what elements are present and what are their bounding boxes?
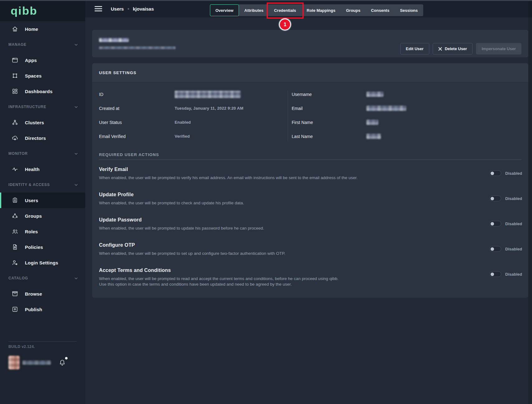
row-label: Email [292, 106, 366, 111]
action-verify-email: Verify Email When enabled, the user will… [99, 167, 521, 181]
sidebar-item-label: Apps [25, 58, 37, 63]
build-version-label: BUILD v2.124. [8, 345, 77, 349]
sidebar-item-label: Dashboards [25, 89, 53, 94]
scrollbar-track[interactable] [528, 0, 532, 404]
setting-row-created-at: Created at Tuesday, January 11, 2022 9:2… [99, 101, 288, 115]
tab-credentials[interactable]: Credentials 1 [269, 4, 301, 16]
update-profile-toggle[interactable] [489, 196, 501, 201]
browse-archive-icon [11, 290, 19, 297]
user-action-buttons: Edit User Delete User Impersonate User [400, 43, 521, 49]
sidebar-item-browse[interactable]: Browse [0, 286, 85, 302]
menu-toggle-button[interactable] [95, 6, 102, 12]
sidebar-section-infrastructure[interactable]: INFRASTRUCTURE [0, 99, 85, 115]
action-toggle-row: Disabled [489, 271, 521, 277]
sidebar: qibb Home MANAGE Apps [0, 0, 85, 404]
policies-icon [11, 243, 19, 251]
user-status-value: Enabled [175, 120, 191, 125]
setting-row-last-name: Last Name [292, 129, 528, 143]
action-description-line1: When enabled, the user will be prompted … [99, 276, 338, 282]
toggle-knob [491, 273, 494, 276]
user-detail-tabs: Overview Attributes Credentials 1 Role M… [210, 4, 423, 16]
sidebar-item-label: Policies [25, 245, 43, 250]
verify-email-toggle[interactable] [489, 170, 501, 176]
sidebar-item-policies[interactable]: Policies [0, 239, 85, 255]
tab-consents[interactable]: Consents [366, 4, 395, 16]
action-description: When enabled, the user will be prompted … [99, 175, 358, 181]
setting-row-first-name: First Name [292, 115, 528, 129]
section-label: CATALOG [8, 276, 28, 280]
sidebar-item-spaces[interactable]: Spaces [0, 68, 85, 83]
action-description: When enabled, the user will be prompted … [99, 276, 338, 287]
first-name-value-redacted [366, 120, 378, 125]
action-description: When enabled, the user will be prompted … [99, 226, 264, 231]
sidebar-item-label: Roles [25, 229, 38, 234]
sidebar-section-monitor[interactable]: MONITOR [0, 146, 85, 161]
action-text: Accept Terms and Conditions When enabled… [99, 268, 338, 287]
sidebar-item-users[interactable]: Users [0, 192, 85, 208]
avatar[interactable] [8, 356, 20, 369]
edit-user-button[interactable]: Edit User [400, 43, 429, 55]
update-password-toggle[interactable] [489, 221, 501, 226]
sidebar-item-clusters[interactable]: Clusters [0, 115, 85, 130]
action-toggle-row: Disabled [489, 170, 521, 176]
x-close-icon [438, 47, 442, 51]
roles-icon [11, 228, 19, 235]
required-user-actions-section: REQUIRED USER ACTIONS Verify Email When … [92, 146, 528, 298]
sidebar-section-identity-access[interactable]: IDENTITY & ACCESS [0, 177, 85, 192]
bell-icon [58, 359, 66, 367]
groups-icon [11, 212, 19, 220]
row-label: Email Verified [99, 134, 175, 139]
home-icon [11, 25, 19, 33]
sidebar-section-catalog[interactable]: CATALOG [0, 270, 85, 286]
email-value-redacted [366, 106, 406, 111]
action-toggle-row: Disabled [489, 196, 521, 201]
setting-row-username: Username [292, 87, 528, 101]
action-text: Configure OTP When enabled, the user wil… [99, 242, 285, 256]
sidebar-item-health[interactable]: Health [0, 161, 85, 177]
tab-role-mappings[interactable]: Role Mappings [301, 4, 341, 16]
sidebar-item-apps[interactable]: Apps [0, 52, 85, 68]
spaces-icon [11, 72, 19, 79]
sidebar-item-publish[interactable]: Publish [0, 302, 85, 317]
sidebar-item-label: Spaces [25, 73, 42, 78]
chevron-down-icon [74, 105, 78, 109]
tab-overview[interactable]: Overview [210, 4, 239, 16]
configure-otp-toggle[interactable] [489, 246, 501, 252]
tab-attributes[interactable]: Attributes [239, 4, 269, 16]
action-configure-otp: Configure OTP When enabled, the user wil… [99, 242, 521, 256]
action-name: Configure OTP [99, 242, 285, 248]
action-name: Update Password [99, 217, 264, 223]
current-user-name-redacted [22, 360, 51, 365]
sidebar-item-groups[interactable]: Groups [0, 208, 85, 224]
tab-sessions[interactable]: Sessions [395, 4, 423, 16]
sidebar-item-directors[interactable]: Directors [0, 130, 85, 146]
panel-header: USER SETTINGS [92, 63, 528, 82]
username-value-redacted [366, 92, 384, 97]
dashboards-icon [11, 88, 19, 95]
section-divider [99, 159, 521, 160]
toggle-knob [491, 172, 494, 175]
toggle-knob [491, 222, 494, 226]
setting-row-email-verified: Email Verified Verified [99, 129, 288, 143]
action-text: Verify Email When enabled, the user will… [99, 167, 358, 181]
chevron-down-icon [74, 42, 78, 47]
delete-user-button[interactable]: Delete User [433, 43, 473, 55]
impersonate-user-button[interactable]: Impersonate User [476, 43, 521, 55]
setting-row-email: Email [292, 101, 528, 115]
sidebar-item-roles[interactable]: Roles [0, 224, 85, 239]
sidebar-item-dashboards[interactable]: Dashboards [0, 83, 85, 99]
toggle-state-label: Disabled [505, 247, 521, 251]
breadcrumb: Users kjovaisas [111, 6, 154, 12]
sidebar-item-home[interactable]: Home [0, 21, 85, 37]
email-verified-value: Verified [175, 134, 190, 139]
breadcrumb-users[interactable]: Users [111, 6, 124, 12]
tab-groups[interactable]: Groups [341, 4, 365, 16]
hamburger-icon [95, 6, 102, 12]
topbar: Users kjovaisas Overview Attributes Cred… [85, 0, 532, 17]
sidebar-section-manage[interactable]: MANAGE [0, 37, 85, 52]
qibb-logo[interactable]: qibb [11, 5, 37, 16]
action-text: Update Password When enabled, the user w… [99, 217, 264, 231]
accept-terms-toggle[interactable] [489, 271, 501, 277]
notifications-button[interactable] [58, 359, 66, 367]
sidebar-item-login-settings[interactable]: Login Settings [0, 255, 85, 270]
